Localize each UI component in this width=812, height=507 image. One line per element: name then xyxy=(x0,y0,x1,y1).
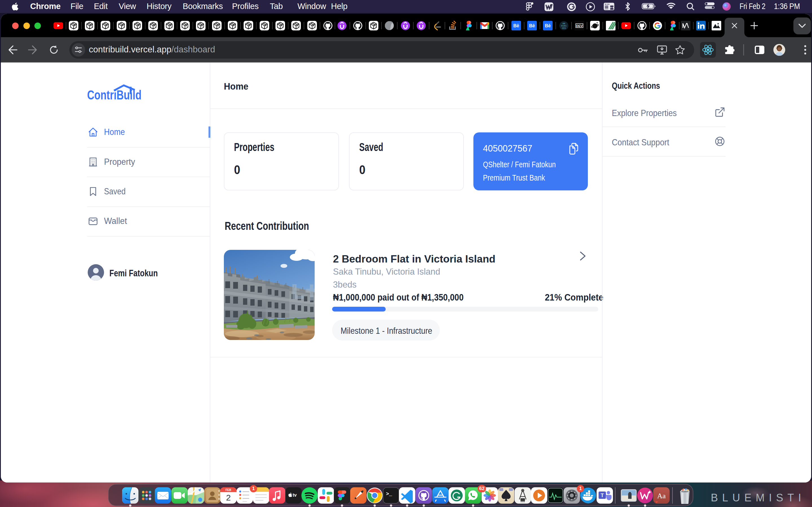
svg-text:FEB: FEB xyxy=(225,489,231,492)
svg-text:>_: >_ xyxy=(386,491,392,497)
svg-text:Bē: Bē xyxy=(513,23,519,28)
svg-text:T: T xyxy=(601,493,604,498)
svg-text:Aa: Aa xyxy=(657,492,666,500)
svg-text:tv: tv xyxy=(293,493,297,497)
svg-text:101: 101 xyxy=(562,27,566,29)
svg-text:2: 2 xyxy=(226,493,231,502)
svg-text:Bē: Bē xyxy=(529,23,535,28)
svg-text:DEV: DEV xyxy=(576,24,583,27)
svg-text:Bē: Bē xyxy=(545,23,551,28)
